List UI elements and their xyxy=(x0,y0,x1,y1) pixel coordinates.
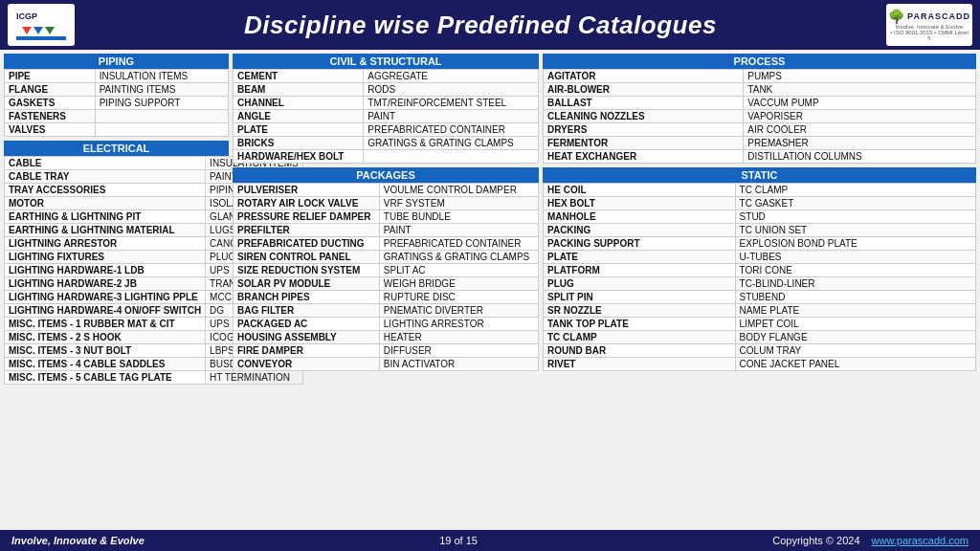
table-cell-value: GRATINGS & GRATING CLAMPS xyxy=(379,251,538,264)
static-table: HE COILTC CLAMPHEX BOLTTC GASKETMANHOLES… xyxy=(543,183,976,371)
table-row: AIR-BLOWERTANK xyxy=(544,83,976,97)
table-cell-label: TANK TOP PLATE xyxy=(544,318,736,331)
table-cell-label: MISC. ITEMS - 1 RUBBER MAT & CIT xyxy=(5,318,206,331)
table-row: AGITATORPUMPS xyxy=(544,70,976,83)
table-cell-label: CABLE xyxy=(5,157,206,170)
table-row: SR NOZZLENAME PLATE xyxy=(544,304,976,318)
table-cell-value: STUD xyxy=(735,210,975,224)
page-title: Discipline wise Predefined Catalogues xyxy=(75,11,886,40)
table-row: FLANGEPAINTING ITEMS xyxy=(5,83,229,97)
table-row: ROUND BARCOLUM TRAY xyxy=(544,344,976,358)
column-34: PROCESS AGITATORPUMPSAIR-BLOWERTANKBALLA… xyxy=(543,54,976,526)
table-cell-label: FERMENTOR xyxy=(544,137,744,150)
table-cell-value: LIGHTING ARRESTOR xyxy=(379,318,538,331)
table-cell-value xyxy=(364,150,539,164)
table-cell-label: HE COIL xyxy=(544,184,736,197)
table-row: MANHOLESTUD xyxy=(544,210,976,224)
table-row: PREFABRICATED DUCTINGPREFABRICATED CONTA… xyxy=(234,237,539,251)
table-cell-value: TC CLAMP xyxy=(735,184,975,197)
table-row: GASKETSPIPING SUPPORT xyxy=(5,97,229,110)
table-cell-label: ROUND BAR xyxy=(544,344,736,358)
table-row: FASTENERS xyxy=(5,110,229,123)
table-cell-label: TRAY ACCESSORIES xyxy=(5,184,206,197)
tree-icon: 🌳 xyxy=(888,9,904,24)
table-row: PACKING SUPPORTEXPLOSION BOND PLATE xyxy=(544,237,976,251)
table-row: BRICKSGRATINGS & GRATING CLAMPS xyxy=(234,137,539,150)
table-row: PLATFORMTORI CONE xyxy=(544,264,976,277)
table-cell-value: TANK xyxy=(744,83,976,97)
table-cell-value: VOULME CONTROL DAMPER xyxy=(379,184,538,197)
table-cell-value: EXPLOSION BOND PLATE xyxy=(735,237,975,251)
column-1: PIPING PIPEINSULATION ITEMSFLANGEPAINTIN… xyxy=(4,54,229,526)
table-cell-label: CONVEYOR xyxy=(234,358,380,371)
footer-tagline: Involve, Innovate & Evolve xyxy=(11,535,145,546)
table-row: ANGLEPAINT xyxy=(234,110,539,123)
table-row: BAG FILTERPNEMATIC DIVERTER xyxy=(234,304,539,318)
table-cell-value: BODY FLANGE xyxy=(735,331,975,344)
table-row: CONVEYORBIN ACTIVATOR xyxy=(234,358,539,371)
table-cell-label: FASTENERS xyxy=(5,110,96,123)
table-row: ROTARY AIR LOCK VALVEVRF SYSTEM xyxy=(234,197,539,210)
civil-block: CIVIL & STRUCTURAL CEMENTAGGREGATEBEAMRO… xyxy=(233,54,539,164)
table-cell-label: CEMENT xyxy=(234,70,364,83)
table-cell-label: PRESSURE RELIEF DAMPER xyxy=(234,210,380,224)
table-cell-label: BRICKS xyxy=(234,137,364,150)
footer-page: 19 of 15 xyxy=(439,535,478,546)
table-row: PRESSURE RELIEF DAMPERTUBE BUNDLE xyxy=(234,210,539,224)
brand-sub: Involve, Innovate & Evolve• ISO 9001:201… xyxy=(888,24,970,41)
table-cell-label: MISC. ITEMS - 3 NUT BOLT xyxy=(5,344,206,358)
table-cell-value: STUBEND xyxy=(735,291,975,304)
packages-header: PACKAGES xyxy=(233,167,539,183)
table-cell-value: BIN ACTIVATOR xyxy=(379,358,538,371)
table-cell-label: SOLAR PV MODULE xyxy=(234,277,380,291)
table-cell-value: DISTILLATION COLUMNS xyxy=(744,150,976,164)
packages-block: PACKAGES PULVERISERVOULME CONTROL DAMPER… xyxy=(233,167,539,371)
header: ICGP Discipline wise Predefined Catalogu… xyxy=(0,0,980,50)
table-row: TANK TOP PLATELIMPET COIL xyxy=(544,318,976,331)
table-cell-value: VAPORISER xyxy=(744,110,976,123)
footer-url: www.parascadd.com xyxy=(872,535,969,546)
table-cell-value: TC UNION SET xyxy=(735,224,975,237)
table-cell-label: PIPE xyxy=(5,70,96,83)
table-cell-label: LIGHTNING ARRESTOR xyxy=(5,237,206,251)
table-cell-value: PREFABRICATED CONTAINER xyxy=(379,237,538,251)
table-cell-label: BAG FILTER xyxy=(234,304,380,318)
logo-right: 🌳 PARASCADD Involve, Innovate & Evolve• … xyxy=(886,4,972,46)
table-row: PACKINGTC UNION SET xyxy=(544,224,976,237)
table-cell-label: HEAT EXCHANGER xyxy=(544,150,744,164)
table-cell-value xyxy=(95,110,228,123)
table-cell-label: BALLAST xyxy=(544,97,744,110)
static-block: STATIC HE COILTC CLAMPHEX BOLTTC GASKETM… xyxy=(543,167,976,371)
table-cell-label: CHANNEL xyxy=(234,97,364,110)
table-cell-label: LIGHTING FIXTURES xyxy=(5,251,206,264)
table-cell-label: FIRE DAMPER xyxy=(234,344,380,358)
table-cell-value: PREMASHER xyxy=(744,137,976,150)
table-cell-value: PIPING SUPPORT xyxy=(95,97,228,110)
table-cell-value: AGGREGATE xyxy=(364,70,539,83)
table-cell-label: EARTHING & LIGHTNING PIT xyxy=(5,210,206,224)
civil-table: CEMENTAGGREGATEBEAMRODSCHANNELTMT/REINFO… xyxy=(233,69,539,164)
table-row: BALLASTVACCUM PUMP xyxy=(544,97,976,110)
svg-rect-5 xyxy=(16,36,66,40)
table-cell-value: WEIGH BRIDGE xyxy=(379,277,538,291)
table-row: RIVETCONE JACKET PANEL xyxy=(544,358,976,371)
table-cell-label: MOTOR xyxy=(5,197,206,210)
table-row: HEX BOLTTC GASKET xyxy=(544,197,976,210)
table-cell-label: TC CLAMP xyxy=(544,331,736,344)
piping-block: PIPING PIPEINSULATION ITEMSFLANGEPAINTIN… xyxy=(4,54,229,137)
table-cell-label: BEAM xyxy=(234,83,364,97)
table-row: HARDWARE/HEX BOLT xyxy=(234,150,539,164)
content-area: PIPING PIPEINSULATION ITEMSFLANGEPAINTIN… xyxy=(0,50,980,530)
footer-right: Copyrights © 2024 www.parascadd.com xyxy=(772,535,969,546)
footer: Involve, Innovate & Evolve 19 of 15 Copy… xyxy=(0,530,980,551)
electrical-header: ELECTRICAL xyxy=(4,141,229,156)
process-header: PROCESS xyxy=(543,54,976,69)
table-row: PLUGTC-BLIND-LINER xyxy=(544,277,976,291)
table-cell-label: LIGHTING HARDWARE-2 JB xyxy=(5,277,206,291)
table-cell-label: SR NOZZLE xyxy=(544,304,736,318)
table-cell-value: TUBE BUNDLE xyxy=(379,210,538,224)
table-cell-value: TMT/REINFORCEMENT STEEL xyxy=(364,97,539,110)
table-cell-label: PLUG xyxy=(544,277,736,291)
table-cell-value: RODS xyxy=(364,83,539,97)
table-cell-value: RUPTURE DISC xyxy=(379,291,538,304)
